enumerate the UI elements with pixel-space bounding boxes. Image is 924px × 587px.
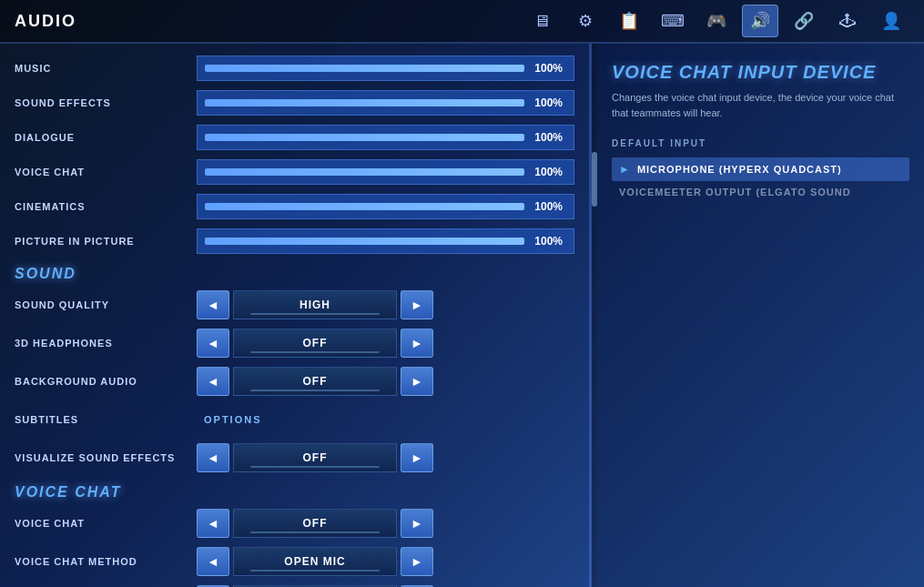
- options-link-subtitles[interactable]: OPTIONS: [197, 410, 269, 429]
- display-icon[interactable]: 📋: [611, 5, 647, 37]
- slider-value-cinematics: 100%: [534, 200, 563, 213]
- slider-fill-voice-chat-vol: [205, 168, 524, 176]
- controller-icon[interactable]: 🎮: [698, 5, 735, 37]
- gamepad-icon[interactable]: 🕹: [829, 5, 866, 37]
- section-header-voice-chat: VOICE CHAT: [0, 477, 589, 504]
- slider-value-sound-effects: 100%: [534, 96, 563, 109]
- monitor-icon[interactable]: 🖥: [523, 5, 560, 37]
- option-controls-voice-chat: ◄OFF►: [197, 509, 433, 538]
- arrow-left-3d-headphones[interactable]: ◄: [197, 329, 229, 358]
- option-row-visualize-sound-effects: VISUALIZE SOUND EFFECTS◄OFF►: [0, 439, 589, 477]
- option-underline-3d-headphones: [250, 351, 380, 353]
- option-value-box-voice-chat-method: OPEN MIC: [233, 547, 397, 576]
- option-underline-background-audio: [250, 390, 380, 391]
- option-value-box-3d-headphones: OFF: [233, 329, 397, 358]
- arrow-right-sound-quality[interactable]: ►: [401, 290, 433, 319]
- slider-bar-dialogue[interactable]: 100%: [197, 125, 574, 150]
- slider-bar-cinematics[interactable]: 100%: [197, 194, 574, 219]
- nav-icons: 🖥⚙📋⌨🎮🔊🔗🕹👤: [523, 5, 909, 37]
- option-controls-voice-chat-method: ◄OPEN MIC►: [197, 547, 433, 576]
- slider-row-dialogue: DIALOGUE100%: [0, 120, 589, 155]
- arrow-left-sound-quality[interactable]: ◄: [197, 290, 229, 319]
- option-controls-visualize-sound-effects: ◄OFF►: [197, 443, 433, 472]
- arrow-right-voice-chat[interactable]: ►: [401, 509, 433, 538]
- section-header-sound: SOUND: [0, 258, 589, 286]
- slider-label-voice-chat-vol: VOICE CHAT: [15, 167, 197, 177]
- slider-fill-cinematics: [205, 203, 524, 210]
- slider-bar-voice-chat-vol[interactable]: 100%: [197, 159, 574, 185]
- slider-bar-sound-effects[interactable]: 100%: [197, 90, 574, 116]
- arrow-left-visualize-sound-effects[interactable]: ◄: [197, 443, 229, 472]
- option-value-box-background-audio: OFF: [233, 367, 397, 396]
- option-value-box-sound-quality: HIGH: [233, 290, 397, 319]
- option-underline-sound-quality: [250, 313, 380, 315]
- main-layout: MUSIC100%SOUND EFFECTS100%DIALOGUE100%VO…: [0, 44, 924, 587]
- selected-arrow-icon: ►: [619, 163, 630, 176]
- slider-bar-picture-in-picture[interactable]: 100%: [197, 228, 574, 254]
- slider-value-music: 100%: [534, 62, 563, 75]
- slider-row-voice-chat-vol: VOICE CHAT100%: [0, 155, 589, 189]
- slider-label-sound-effects: SOUND EFFECTS: [15, 97, 197, 108]
- option-label-sound-quality: SOUND QUALITY: [15, 299, 197, 310]
- option-row-3d-headphones: 3D HEADPHONES◄OFF►: [0, 324, 589, 362]
- page-title: AUDIO: [15, 12, 76, 31]
- option-label-voice-chat-method: VOICE CHAT METHOD: [15, 556, 197, 567]
- keyboard-icon[interactable]: ⌨: [655, 5, 691, 37]
- option-row-voice-chat: VOICE CHAT◄OFF►: [0, 504, 589, 542]
- arrow-left-voice-chat-method[interactable]: ◄: [197, 547, 229, 576]
- slider-row-music: MUSIC100%: [0, 51, 589, 86]
- scrollbar[interactable]: [592, 44, 597, 587]
- option-controls-sound-quality: ◄HIGH►: [197, 290, 433, 319]
- option-underline-visualize-sound-effects: [250, 466, 380, 468]
- arrow-right-background-audio[interactable]: ►: [401, 367, 433, 396]
- option-row-background-audio: BACKGROUND AUDIO◄OFF►: [0, 362, 589, 400]
- arrow-right-voice-chat-method[interactable]: ►: [401, 547, 433, 576]
- option-value-text-3d-headphones: OFF: [303, 337, 328, 349]
- option-value-text-voice-chat: OFF: [303, 517, 328, 530]
- slider-fill-sound-effects: [205, 99, 524, 106]
- option-value-box-voice-chat: OFF: [233, 509, 397, 538]
- arrow-left-background-audio[interactable]: ◄: [197, 367, 229, 396]
- top-nav: AUDIO 🖥⚙📋⌨🎮🔊🔗🕹👤: [0, 0, 924, 44]
- left-panel: MUSIC100%SOUND EFFECTS100%DIALOGUE100%VO…: [0, 44, 592, 587]
- arrow-left-voice-chat[interactable]: ◄: [197, 509, 229, 538]
- slider-fill-picture-in-picture: [205, 238, 524, 245]
- option-value-text-sound-quality: HIGH: [300, 299, 330, 311]
- right-panel-title: VOICE CHAT INPUT DEVICE: [612, 62, 909, 83]
- input-options-list: ►MICROPHONE (HYPERX QUADCAST)VOICEMEETER…: [612, 157, 909, 203]
- slider-value-voice-chat-vol: 100%: [534, 166, 563, 178]
- scroll-thumb[interactable]: [592, 152, 597, 207]
- input-option-label-voicemeeter-output: VOICEMEETER OUTPUT (ELGATO SOUND: [619, 187, 851, 197]
- input-option-label-microphone-hyperx: MICROPHONE (HYPERX QUADCAST): [637, 164, 842, 175]
- arrow-right-3d-headphones[interactable]: ►: [401, 329, 433, 358]
- option-row-subtitles: SUBTITLESOPTIONS: [0, 400, 589, 439]
- input-option-voicemeeter-output[interactable]: VOICEMEETER OUTPUT (ELGATO SOUND: [612, 181, 909, 203]
- input-option-microphone-hyperx[interactable]: ►MICROPHONE (HYPERX QUADCAST): [612, 157, 909, 181]
- option-controls-3d-headphones: ◄OFF►: [197, 329, 433, 358]
- option-label-subtitles: SUBTITLES: [15, 414, 197, 425]
- slider-fill-dialogue: [205, 134, 524, 141]
- slider-row-cinematics: CINEMATICS100%: [0, 189, 589, 224]
- option-value-text-background-audio: OFF: [303, 375, 328, 388]
- option-value-text-visualize-sound-effects: OFF: [303, 451, 328, 464]
- network-icon[interactable]: 🔗: [786, 5, 822, 37]
- arrow-right-visualize-sound-effects[interactable]: ►: [401, 443, 433, 472]
- option-underline-voice-chat: [250, 531, 380, 533]
- slider-row-sound-effects: SOUND EFFECTS100%: [0, 86, 589, 120]
- option-label-voice-chat: VOICE CHAT: [15, 518, 197, 529]
- option-row-voice-chat-method: VOICE CHAT METHOD◄OPEN MIC►: [0, 542, 589, 581]
- option-underline-voice-chat-method: [250, 570, 380, 572]
- user-icon[interactable]: 👤: [873, 5, 909, 37]
- option-controls-background-audio: ◄OFF►: [197, 367, 433, 396]
- slider-bar-music[interactable]: 100%: [197, 56, 574, 81]
- option-value-text-voice-chat-method: OPEN MIC: [284, 555, 345, 568]
- slider-row-picture-in-picture: PICTURE IN PICTURE100%: [0, 224, 589, 258]
- audio-icon[interactable]: 🔊: [742, 5, 778, 37]
- slider-label-dialogue: DIALOGUE: [15, 132, 197, 143]
- settings-icon[interactable]: ⚙: [567, 5, 604, 37]
- slider-fill-music: [205, 65, 524, 72]
- slider-value-picture-in-picture: 100%: [534, 235, 563, 248]
- option-label-visualize-sound-effects: VISUALIZE SOUND EFFECTS: [15, 452, 197, 463]
- option-value-box-visualize-sound-effects: OFF: [233, 443, 397, 472]
- option-row-voice-chat-input-device: VOICE CHAT INPUT DEVICE◄HONE (HYPERX QUA…: [0, 581, 589, 587]
